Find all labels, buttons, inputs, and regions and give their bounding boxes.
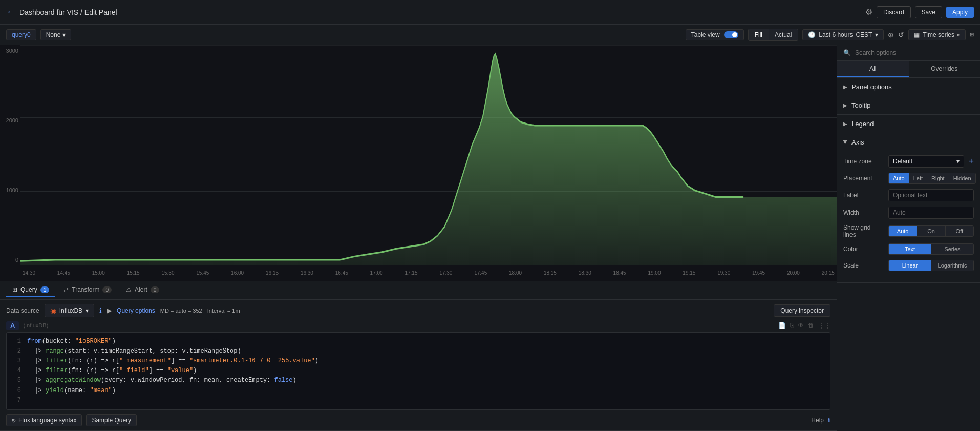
axis-width-input[interactable] xyxy=(888,207,974,219)
apply-button[interactable]: Apply xyxy=(946,7,974,18)
query-editor-inner: 1234567 from(bucket: "ioBROKER") |> rang… xyxy=(13,337,824,405)
drag-handle[interactable]: ⋮⋮ xyxy=(818,322,830,329)
scale-linear[interactable]: Linear xyxy=(889,260,931,271)
tab-query[interactable]: ⊞ Query 1 xyxy=(6,283,55,297)
grid-off[interactable]: Off xyxy=(946,226,973,236)
label-row: Label xyxy=(843,189,974,201)
query-panel: ⊞ Query 1 ⇄ Transform 0 ⚠ Alert 0 xyxy=(0,281,837,431)
page-title: Dashboard für VIS / Edit Panel xyxy=(19,8,117,16)
side-expand-icon[interactable]: ⊞ xyxy=(970,32,974,37)
query-tab-label: Query xyxy=(20,286,37,293)
width-row: Width xyxy=(843,207,974,219)
toggle-switch[interactable] xyxy=(724,31,738,38)
actual-option[interactable]: Actual xyxy=(769,29,798,40)
help-info-icon[interactable]: ℹ xyxy=(828,417,830,424)
none-dropdown[interactable]: None ▾ xyxy=(40,29,72,40)
color-row: Color Text Series xyxy=(843,243,974,255)
zoom-icon[interactable]: ⊕ xyxy=(888,31,894,39)
query-doc-icon[interactable]: 📄 xyxy=(778,322,786,329)
scale-row: Scale Linear Logarithmic xyxy=(843,260,974,271)
tab-alert[interactable]: ⚠ Alert 0 xyxy=(120,283,165,297)
y-label-1000: 1000 xyxy=(6,187,18,193)
grid-auto[interactable]: Auto xyxy=(889,226,917,236)
time-zone-label: Time zone xyxy=(843,158,884,165)
sample-query-button[interactable]: Sample Query xyxy=(86,414,137,426)
tooltip-header[interactable]: ▶ Tooltip xyxy=(837,96,980,114)
placement-right[interactable]: Right xyxy=(927,173,949,183)
refresh-icon[interactable]: ↺ xyxy=(898,31,904,39)
code-line-3: |> filter(fn: (r) => r["_measurement"] =… xyxy=(27,356,824,366)
legend-title: Legend xyxy=(851,120,874,128)
code-line-7 xyxy=(27,396,824,405)
code-line-4: |> filter(fn: (r) => r["_field"] == "val… xyxy=(27,366,824,376)
scale-logarithmic[interactable]: Logarithmic xyxy=(931,260,973,271)
placement-left[interactable]: Left xyxy=(909,173,927,183)
fill-option[interactable]: Fill xyxy=(749,29,769,40)
gear-icon[interactable]: ⚙ xyxy=(865,7,872,17)
all-overrides-tabs: All Overrides xyxy=(837,61,980,78)
query-header-bar: A (InfluxDB) 📄 ⎘ 👁 🗑 ⋮⋮ xyxy=(6,321,830,330)
right-panel: 🔍 All Overrides ▶ Panel options ▶ Toolti… xyxy=(837,45,980,431)
grid-lines-label: Show grid lines xyxy=(843,224,884,238)
alert-tab-badge: 0 xyxy=(151,286,160,293)
axis-title: Axis xyxy=(851,138,864,146)
influxdb-chevron: ▾ xyxy=(86,307,89,314)
tab-overrides[interactable]: Overrides xyxy=(909,61,981,77)
placement-auto[interactable]: Auto xyxy=(889,173,909,183)
width-label: Width xyxy=(843,209,884,216)
chart-svg-container xyxy=(20,45,837,265)
time-series-button[interactable]: ▦ Time series ▸ xyxy=(908,29,966,40)
y-label-2000: 2000 xyxy=(6,117,18,124)
query-inspector-button[interactable]: Query inspector xyxy=(774,304,830,317)
query-tabs: ⊞ Query 1 ⇄ Transform 0 ⚠ Alert 0 xyxy=(0,281,837,300)
datasource-label: Data source xyxy=(6,307,39,314)
transform-tab-badge: 0 xyxy=(102,286,112,293)
scale-label: Scale xyxy=(843,262,884,269)
grid-lines-control: Auto On Off xyxy=(888,225,974,237)
search-input[interactable] xyxy=(855,49,974,56)
time-series-icon: ▦ xyxy=(914,31,920,38)
time-zone-select[interactable]: Default ▾ xyxy=(888,155,964,168)
time-series-label: Time series xyxy=(923,31,954,38)
flux-icon: ⎋ xyxy=(12,417,15,424)
axis-header[interactable]: ▶ Axis xyxy=(837,133,980,151)
search-icon: 🔍 xyxy=(843,49,851,56)
query-eye-icon[interactable]: 👁 xyxy=(798,322,804,329)
influxdb-select[interactable]: ◉ InfluxDB ▾ xyxy=(45,304,94,317)
axis-chevron: ▶ xyxy=(843,140,848,145)
grid-on[interactable]: On xyxy=(917,226,945,236)
axis-label-input[interactable] xyxy=(888,189,974,201)
time-range-picker[interactable]: 🕐 Last 6 hours CEST ▾ xyxy=(802,29,884,40)
table-view-toggle[interactable]: Table view xyxy=(686,29,744,40)
panel-options-header[interactable]: ▶ Panel options xyxy=(837,78,980,96)
query-options-link[interactable]: Query options xyxy=(117,307,155,314)
toolbar: query0 None ▾ Table view Fill Actual 🕐 L… xyxy=(0,25,980,45)
query-label-a: A xyxy=(6,321,19,330)
query-tab-pill[interactable]: query0 xyxy=(6,29,36,40)
chart-area: 3000 2000 1000 0 xyxy=(0,45,837,431)
placement-hidden[interactable]: Hidden xyxy=(949,173,975,183)
tab-all[interactable]: All xyxy=(837,61,909,77)
color-series[interactable]: Series xyxy=(931,244,973,254)
color-text[interactable]: Text xyxy=(889,244,931,254)
query-copy-icon[interactable]: ⎘ xyxy=(790,322,794,329)
query-delete-icon[interactable]: 🗑 xyxy=(808,322,814,329)
save-button[interactable]: Save xyxy=(915,6,942,18)
panel-options-section: ▶ Panel options xyxy=(837,78,980,96)
datasource-info-icon[interactable]: ℹ xyxy=(99,307,102,314)
influxdb-label: InfluxDB xyxy=(59,307,82,314)
flux-syntax-button[interactable]: ⎋ Flux language syntax xyxy=(6,414,82,426)
help-button[interactable]: Help xyxy=(811,417,824,424)
x-axis: 14:30 14:45 15:00 15:15 15:30 15:45 16:0… xyxy=(20,265,837,281)
tab-transform[interactable]: ⇄ Transform 0 xyxy=(57,283,118,297)
query-footer: ⎋ Flux language syntax Sample Query Help… xyxy=(6,410,830,426)
query-action-icons: 📄 ⎘ 👁 🗑 ⋮⋮ xyxy=(778,322,830,329)
discard-button[interactable]: Discard xyxy=(877,6,911,18)
back-icon[interactable]: ← xyxy=(6,7,15,17)
code-line-6: |> yield(name: "mean") xyxy=(27,386,824,396)
query-tab-badge: 1 xyxy=(40,286,50,293)
add-time-zone-button[interactable]: + xyxy=(968,156,974,167)
legend-header[interactable]: ▶ Legend xyxy=(837,115,980,133)
query-editor[interactable]: 1234567 from(bucket: "ioBROKER") |> rang… xyxy=(6,332,830,410)
color-btn-group: Text Series xyxy=(888,243,974,255)
